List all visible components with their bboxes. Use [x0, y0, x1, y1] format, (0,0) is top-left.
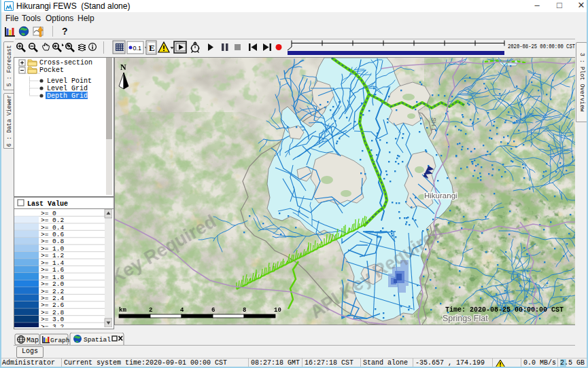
svg-text:>= 3.0: >= 3.0	[41, 316, 65, 323]
svg-text:E: E	[149, 43, 155, 53]
svg-text:>= 0.6: >= 0.6	[41, 231, 65, 238]
svg-text:Spatial: Spatial	[84, 336, 111, 344]
svg-text:?: ?	[62, 26, 68, 37]
svg-text:Springs Flat: Springs Flat	[443, 314, 488, 323]
svg-text:Map: Map	[27, 337, 39, 344]
svg-text:>= 1.2: >= 1.2	[41, 252, 65, 259]
svg-text:6: 6	[211, 307, 215, 314]
svg-text:0.1: 0.1	[133, 45, 142, 52]
svg-text:>= 2.4: >= 2.4	[41, 295, 65, 302]
svg-text:Depth Grid: Depth Grid	[47, 92, 88, 100]
svg-text:Hikurangi: Hikurangi	[424, 191, 457, 200]
svg-text:Pocket: Pocket	[39, 67, 64, 74]
svg-text:>= 1.8: >= 1.8	[41, 274, 65, 281]
svg-text:10: 10	[274, 307, 281, 314]
svg-text:8: 8	[243, 307, 246, 314]
svg-text:4: 4	[180, 307, 184, 314]
svg-text:km: km	[119, 307, 126, 314]
svg-text:2020-08-25 00:00:00 CST: 2020-08-25 00:00:00 CST	[508, 43, 575, 50]
svg-text:Cross-section: Cross-section	[39, 59, 92, 67]
svg-text:SH 1: SH 1	[430, 117, 437, 131]
svg-text:2: 2	[149, 307, 152, 314]
svg-text:>= 1.4: >= 1.4	[41, 259, 65, 267]
svg-text:>= 0.4: >= 0.4	[41, 224, 65, 232]
svg-text:>= 0: >= 0	[41, 210, 56, 217]
svg-text:Level Point: Level Point	[47, 77, 92, 85]
svg-text:>= 0.8: >= 0.8	[41, 238, 65, 245]
svg-text:Time: 2020-08-25 00:00:00 CST: Time: 2020-08-25 00:00:00 CST	[445, 306, 564, 314]
svg-text:>= 0.2: >= 0.2	[41, 217, 65, 224]
svg-text:Last Value: Last Value	[27, 200, 68, 208]
svg-text:>= 1.6: >= 1.6	[41, 266, 65, 274]
svg-text:>= 2.0: >= 2.0	[41, 280, 65, 288]
svg-text:Level Grid: Level Grid	[47, 85, 88, 92]
svg-text:N: N	[120, 62, 126, 72]
svg-text:>= 1.0: >= 1.0	[41, 245, 65, 253]
svg-text:>= 2.6: >= 2.6	[41, 301, 65, 309]
svg-text:>= 2.2: >= 2.2	[41, 288, 65, 295]
svg-text:>= 2.8: >= 2.8	[41, 309, 65, 316]
svg-text:Graph: Graph	[50, 337, 70, 344]
svg-text:>= 3.2: >= 3.2	[41, 323, 65, 327]
